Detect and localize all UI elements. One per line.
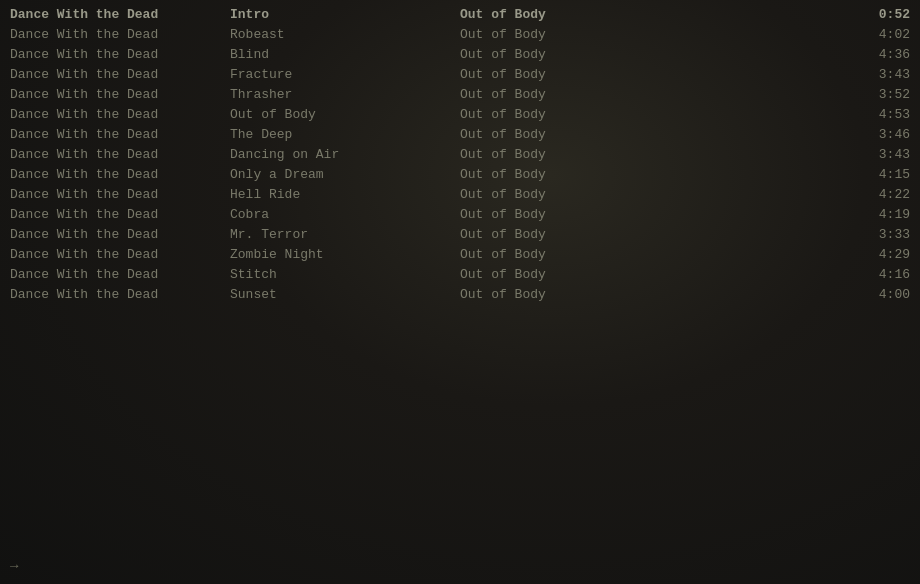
track-duration: 4:00: [670, 287, 910, 302]
track-album: Out of Body: [450, 187, 670, 202]
track-row[interactable]: Dance With the Dead Out of Body Out of B…: [0, 104, 920, 124]
track-artist: Dance With the Dead: [10, 67, 220, 82]
track-row[interactable]: Dance With the Dead Thrasher Out of Body…: [0, 84, 920, 104]
track-duration: 3:33: [670, 227, 910, 242]
track-title: Only a Dream: [220, 167, 450, 182]
track-row[interactable]: Dance With the Dead Mr. Terror Out of Bo…: [0, 224, 920, 244]
track-duration: 4:22: [670, 187, 910, 202]
track-artist: Dance With the Dead: [10, 267, 220, 282]
track-artist: Dance With the Dead: [10, 47, 220, 62]
track-album: Out of Body: [450, 27, 670, 42]
track-album: Out of Body: [450, 287, 670, 302]
track-duration: 4:02: [670, 27, 910, 42]
arrow-icon: →: [10, 558, 18, 574]
track-title: Blind: [220, 47, 450, 62]
track-artist: Dance With the Dead: [10, 207, 220, 222]
track-album: Out of Body: [450, 207, 670, 222]
track-artist: Dance With the Dead: [10, 167, 220, 182]
track-title: Hell Ride: [220, 187, 450, 202]
track-row[interactable]: Dance With the Dead Blind Out of Body 4:…: [0, 44, 920, 64]
header-artist: Dance With the Dead: [10, 7, 220, 22]
track-duration: 4:19: [670, 207, 910, 222]
track-row[interactable]: Dance With the Dead Stitch Out of Body 4…: [0, 264, 920, 284]
track-duration: 4:16: [670, 267, 910, 282]
track-row[interactable]: Dance With the Dead Zombie Night Out of …: [0, 244, 920, 264]
track-row[interactable]: Dance With the Dead The Deep Out of Body…: [0, 124, 920, 144]
track-title: Stitch: [220, 267, 450, 282]
track-artist: Dance With the Dead: [10, 87, 220, 102]
track-list: Dance With the Dead Intro Out of Body 0:…: [0, 0, 920, 308]
track-row[interactable]: Dance With the Dead Hell Ride Out of Bod…: [0, 184, 920, 204]
track-duration: 3:46: [670, 127, 910, 142]
track-title: Sunset: [220, 287, 450, 302]
track-list-header: Dance With the Dead Intro Out of Body 0:…: [0, 4, 920, 24]
track-title: Mr. Terror: [220, 227, 450, 242]
track-row[interactable]: Dance With the Dead Sunset Out of Body 4…: [0, 284, 920, 304]
track-row[interactable]: Dance With the Dead Only a Dream Out of …: [0, 164, 920, 184]
track-album: Out of Body: [450, 107, 670, 122]
track-title: Fracture: [220, 67, 450, 82]
track-duration: 4:53: [670, 107, 910, 122]
track-title: Robeast: [220, 27, 450, 42]
track-title: The Deep: [220, 127, 450, 142]
track-album: Out of Body: [450, 67, 670, 82]
track-album: Out of Body: [450, 267, 670, 282]
track-duration: 3:52: [670, 87, 910, 102]
track-album: Out of Body: [450, 47, 670, 62]
track-title: Cobra: [220, 207, 450, 222]
track-duration: 4:29: [670, 247, 910, 262]
track-artist: Dance With the Dead: [10, 27, 220, 42]
track-duration: 3:43: [670, 147, 910, 162]
track-title: Dancing on Air: [220, 147, 450, 162]
track-album: Out of Body: [450, 247, 670, 262]
track-album: Out of Body: [450, 127, 670, 142]
track-title: Zombie Night: [220, 247, 450, 262]
track-duration: 4:36: [670, 47, 910, 62]
track-row[interactable]: Dance With the Dead Dancing on Air Out o…: [0, 144, 920, 164]
header-album: Out of Body: [450, 7, 670, 22]
track-artist: Dance With the Dead: [10, 147, 220, 162]
track-title: Thrasher: [220, 87, 450, 102]
track-artist: Dance With the Dead: [10, 247, 220, 262]
track-duration: 4:15: [670, 167, 910, 182]
track-title: Out of Body: [220, 107, 450, 122]
track-artist: Dance With the Dead: [10, 107, 220, 122]
track-album: Out of Body: [450, 227, 670, 242]
track-row[interactable]: Dance With the Dead Fracture Out of Body…: [0, 64, 920, 84]
track-artist: Dance With the Dead: [10, 187, 220, 202]
track-row[interactable]: Dance With the Dead Robeast Out of Body …: [0, 24, 920, 44]
track-artist: Dance With the Dead: [10, 127, 220, 142]
track-duration: 3:43: [670, 67, 910, 82]
header-duration: 0:52: [670, 7, 910, 22]
track-artist: Dance With the Dead: [10, 287, 220, 302]
track-album: Out of Body: [450, 167, 670, 182]
track-album: Out of Body: [450, 87, 670, 102]
track-album: Out of Body: [450, 147, 670, 162]
track-artist: Dance With the Dead: [10, 227, 220, 242]
header-title: Intro: [220, 7, 450, 22]
track-row[interactable]: Dance With the Dead Cobra Out of Body 4:…: [0, 204, 920, 224]
